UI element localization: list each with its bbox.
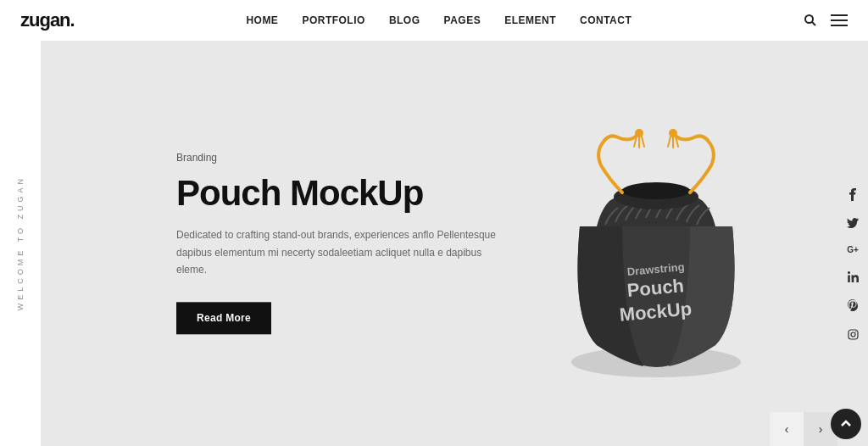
twitter-icon[interactable] — [847, 218, 859, 228]
prev-arrow-button[interactable]: ‹ — [770, 412, 804, 446]
facebook-icon[interactable] — [849, 188, 856, 201]
main-nav: HOME PORTFOLIO BLOG PAGES ELEMENT CONTAC… — [246, 14, 632, 26]
nav-element[interactable]: ELEMENT — [504, 14, 556, 26]
svg-point-12 — [855, 331, 856, 332]
hero-content: Branding Pouch MockUp Dedicated to craft… — [176, 152, 498, 334]
header-icons — [804, 14, 848, 27]
instagram-icon[interactable] — [848, 329, 859, 340]
hero-title: Pouch MockUp — [176, 174, 498, 213]
svg-rect-10 — [849, 330, 858, 339]
hero-description: Dedicated to crafting stand-out brands, … — [176, 227, 498, 279]
social-icons: G+ — [837, 81, 868, 446]
svg-point-4 — [622, 182, 690, 199]
hero-section: Branding Pouch MockUp Dedicated to craft… — [41, 41, 868, 446]
slider-arrows: ‹ › — [770, 412, 837, 446]
hero-category: Branding — [176, 152, 498, 164]
hamburger-menu[interactable] — [831, 14, 848, 26]
hero-cta-button[interactable]: Read More — [176, 303, 271, 335]
nav-pages[interactable]: PAGES — [444, 14, 481, 26]
nav-blog[interactable]: BLOG — [389, 14, 420, 26]
svg-line-1 — [812, 22, 815, 25]
linkedin-icon[interactable] — [848, 271, 859, 282]
search-button[interactable] — [804, 14, 817, 27]
site-header: zugan. HOME PORTFOLIO BLOG PAGES ELEMENT… — [0, 0, 868, 41]
svg-point-0 — [805, 15, 813, 23]
scroll-to-top-button[interactable] — [831, 409, 861, 439]
svg-point-11 — [851, 332, 855, 337]
pinterest-icon[interactable] — [848, 299, 858, 312]
hero-product-image: Drawstring Pouch MockUp — [512, 99, 800, 387]
site-logo[interactable]: zugan. — [20, 9, 75, 31]
nav-home[interactable]: HOME — [246, 14, 278, 26]
vertical-welcome-text: WELCOME TO ZUGAN — [0, 41, 41, 446]
nav-contact[interactable]: CONTACT — [580, 14, 632, 26]
googleplus-icon[interactable]: G+ — [847, 245, 859, 254]
nav-portfolio[interactable]: PORTFOLIO — [302, 14, 365, 26]
